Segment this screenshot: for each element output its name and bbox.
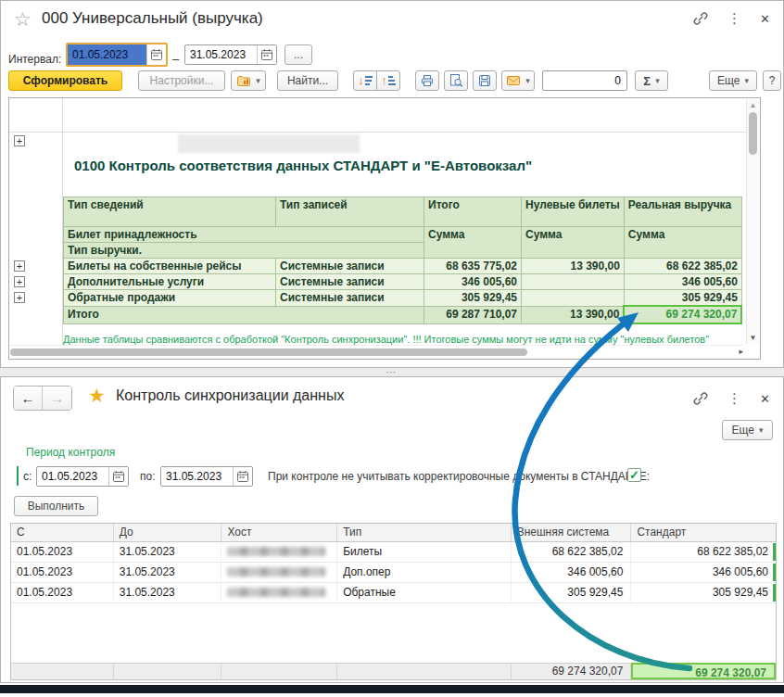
empty-cell — [114, 664, 222, 679]
col-header[interactable]: Внешняя система — [512, 524, 632, 541]
calendar-icon[interactable] — [257, 45, 276, 64]
table-row[interactable]: 01.05.2023 31.05.2023 Билеты 68 622 385,… — [11, 542, 776, 563]
save-button[interactable] — [473, 70, 497, 91]
close-icon[interactable]: ✕ — [760, 12, 770, 26]
date-to-cell: 31.05.2023 — [114, 563, 222, 582]
mail-icon — [506, 73, 521, 88]
match-mark — [773, 564, 776, 581]
row-name-cell: Билеты на собственные рейсы — [64, 259, 276, 274]
sort-ascending-button[interactable]: ↑ — [376, 70, 400, 91]
calendar-icon[interactable] — [233, 467, 252, 486]
table-row[interactable]: 01.05.2023 31.05.2023 Доп.опер 346 005,6… — [11, 563, 776, 583]
col-header[interactable]: До — [114, 524, 222, 541]
empty-cell — [11, 664, 114, 679]
type-cell: Доп.опер — [337, 563, 512, 582]
report-table: Тип сведений Тип записей Итого Нулевые б… — [63, 196, 742, 324]
calendar-icon[interactable] — [108, 467, 128, 486]
date-from-input[interactable]: 01.05.2023 — [66, 43, 168, 67]
date-from-value[interactable]: 01.05.2023 — [68, 44, 146, 65]
run-button[interactable]: Выполнить — [14, 496, 98, 516]
counter-field[interactable]: 0 — [542, 70, 627, 91]
get-link-icon[interactable] — [692, 390, 709, 407]
scroll-up-icon[interactable]: ▲ — [747, 101, 759, 109]
expand-row-toggle[interactable]: + — [14, 292, 25, 303]
date-to-value[interactable]: 31.05.2023 — [185, 45, 257, 64]
host-redacted — [227, 547, 325, 556]
printer-icon — [420, 73, 435, 88]
vertical-scrollbar[interactable]: ▲ ▼ — [746, 99, 759, 344]
standard-sum-cell: 346 005,60 — [631, 563, 776, 582]
generate-button[interactable]: Сформировать — [8, 70, 122, 91]
report-title: 0100 Контроль соответствия данных СТАНДА… — [74, 158, 532, 173]
more-label: Еще — [717, 74, 740, 87]
help-button[interactable]: ? — [763, 70, 781, 91]
back-button[interactable]: ← — [14, 387, 43, 410]
sync-control-window: ← → ★ Контроль синхронизации данных ⋮ ✕ … — [0, 376, 784, 683]
real-cell: 305 929,45 — [624, 290, 741, 307]
close-icon[interactable]: ✕ — [760, 392, 770, 406]
sigma-icon: Σ — [643, 74, 651, 88]
date-to-input[interactable]: 31.05.2023 — [184, 44, 277, 65]
row-type-cell: Системные записи — [276, 274, 424, 290]
expand-group-toggle[interactable]: + — [14, 135, 25, 146]
ignore-corrections-checkbox[interactable]: ✓ — [627, 468, 641, 482]
find-button[interactable]: Найти... — [277, 70, 338, 91]
more-menu-icon[interactable]: ⋮ — [727, 12, 741, 25]
sort-desc-icon: ↓ — [358, 75, 373, 86]
horizontal-scrollbar[interactable]: ▸ — [10, 345, 745, 358]
col-header: Тип записей — [276, 197, 424, 227]
floppy-icon — [477, 73, 492, 88]
row-name-cell: Дополнительные услуги — [64, 274, 276, 290]
col-header[interactable]: Тип — [337, 524, 512, 541]
highlighted-standard-total-cell[interactable]: 69 274 320,07 — [631, 663, 776, 679]
sum-header: Сумма — [522, 227, 625, 259]
more-actions-button[interactable]: Еще ▾ — [709, 70, 757, 91]
sync-window-title: Контроль синхронизации данных — [116, 387, 344, 404]
col-header: Реальная выручка — [624, 197, 741, 227]
col-header[interactable]: Стандарт — [631, 524, 776, 541]
period-to-value[interactable]: 31.05.2023 — [161, 467, 233, 486]
scroll-down-icon[interactable]: ▼ — [747, 334, 759, 342]
total-cell: 69 287 710,07 — [424, 306, 522, 323]
sort-descending-button[interactable]: ↓ — [353, 70, 377, 91]
print-preview-button[interactable] — [444, 70, 468, 91]
external-sum-cell: 346 005,60 — [512, 563, 632, 582]
col-header: Нулевые билеты — [522, 197, 625, 227]
favorite-star-icon[interactable]: ☆ — [14, 9, 32, 30]
real-cell: 346 005,60 — [624, 274, 741, 290]
send-mail-button[interactable]: ▾ — [501, 70, 535, 91]
more-menu-icon[interactable]: ⋮ — [727, 392, 741, 405]
highlighted-total-cell[interactable]: 69 274 320,07 — [624, 306, 741, 323]
period-from-value[interactable]: 01.05.2023 — [37, 467, 108, 486]
calendar-icon[interactable] — [146, 44, 166, 65]
match-mark — [773, 584, 776, 602]
expand-row-toggle[interactable]: + — [14, 276, 25, 287]
date-from-cell: 01.05.2023 — [11, 563, 114, 582]
scroll-thumb[interactable] — [749, 112, 757, 155]
type-cell: Билеты — [337, 542, 512, 562]
period-to-input[interactable]: 31.05.2023 — [160, 466, 253, 487]
more-label: Еще — [732, 424, 754, 437]
more-actions-button[interactable]: Еще ▾ — [722, 420, 773, 440]
col-header[interactable]: Хост — [221, 524, 337, 541]
scroll-thumb[interactable] — [10, 348, 527, 356]
row-type-cell: Системные записи — [276, 259, 424, 274]
standard-sum-value: 68 622 385,02 — [697, 545, 768, 558]
sub-header: Билет принадлежность — [64, 227, 424, 243]
expand-row-toggle[interactable]: + — [14, 260, 25, 272]
table-row[interactable]: 01.05.2023 31.05.2023 Обратные 305 929,4… — [11, 583, 776, 603]
period-from-input[interactable]: 01.05.2023 — [36, 466, 129, 487]
settings-button[interactable]: Настройки... — [138, 70, 225, 91]
empty-cell — [337, 664, 512, 679]
sum-button[interactable]: Σ ▾ — [635, 70, 668, 91]
favorite-star-icon[interactable]: ★ — [88, 385, 106, 407]
print-button[interactable] — [415, 70, 439, 91]
window-splitter[interactable]: ⋯ — [0, 368, 784, 376]
col-header[interactable]: С — [11, 524, 114, 541]
row-name-cell: Обратные продажи — [64, 290, 276, 307]
get-link-icon[interactable] — [692, 10, 709, 27]
scroll-right-icon[interactable]: ▸ — [739, 347, 743, 356]
forward-button[interactable]: → — [43, 387, 71, 410]
report-variants-button[interactable]: ▾ — [231, 70, 266, 91]
interval-choose-button[interactable]: ... — [285, 44, 312, 65]
